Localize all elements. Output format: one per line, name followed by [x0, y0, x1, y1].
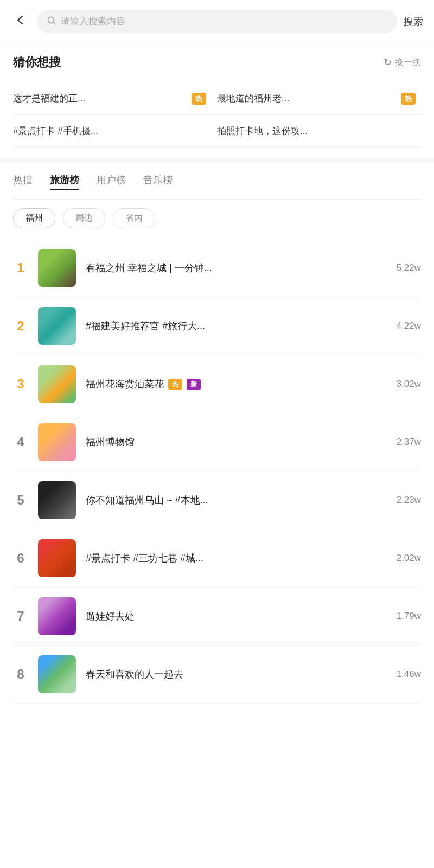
rank-count-1: 5.22w — [383, 263, 421, 273]
hot-badge-3: 热 — [168, 379, 182, 390]
rank-number-7: 7 — [13, 609, 28, 624]
ranking-item-8[interactable]: 8 春天和喜欢的人一起去 1.46w — [13, 646, 421, 704]
rank-thumb-8 — [38, 655, 76, 693]
ranking-item-5[interactable]: 5 你不知道福州乌山 ~ #本地... 2.23w — [13, 471, 421, 529]
rank-number-4: 4 — [13, 435, 28, 450]
search-icon — [47, 16, 56, 28]
guess-item-4-text: 拍照打卡地，这份攻... — [217, 125, 416, 137]
ranking-item-6[interactable]: 6 #景点打卡 #三坊七巷 #城... 2.02w — [13, 529, 421, 588]
rank-info-3: 福州花海赏油菜花 热 新 — [86, 378, 373, 391]
tab-music[interactable]: 音乐榜 — [143, 174, 173, 190]
rank-number-5: 5 — [13, 493, 28, 508]
rank-count-3: 3.02w — [383, 379, 421, 390]
rank-title-1: 有福之州 幸福之城 | 一分钟... — [86, 261, 373, 275]
ranking-item-1[interactable]: 1 有福之州 幸福之城 | 一分钟... 5.22w — [13, 239, 421, 297]
svg-point-0 — [48, 17, 54, 23]
rank-count-5: 2.23w — [383, 495, 421, 506]
sub-tab-province[interactable]: 省内 — [113, 208, 155, 228]
rank-number-3: 3 — [13, 376, 28, 392]
guess-grid: 这才是福建的正... 热 最地道的福州老... 热 #景点打卡 #手机摄... … — [13, 82, 421, 148]
guess-title: 猜你想搜 — [13, 54, 61, 71]
rank-title-2: #福建美好推荐官 #旅行大... — [86, 320, 373, 333]
rank-title-4: 福州博物馆 — [86, 436, 373, 449]
rank-info-6: #景点打卡 #三坊七巷 #城... — [86, 552, 373, 565]
svg-line-1 — [54, 22, 56, 24]
rank-info-7: 遛娃好去处 — [86, 610, 373, 623]
rank-number-8: 8 — [13, 667, 28, 682]
ranking-item-2[interactable]: 2 #福建美好推荐官 #旅行大... 4.22w — [13, 297, 421, 355]
rank-thumb-1 — [38, 249, 76, 287]
refresh-icon: ↻ — [384, 56, 392, 68]
tabs-section: 热搜 旅游榜 用户榜 音乐榜 福州 周边 省内 1 有福之州 幸福之城 | 一分… — [0, 163, 434, 709]
rank-count-4: 2.37w — [383, 437, 421, 448]
rank-info-4: 福州博物馆 — [86, 436, 373, 449]
rank-thumb-6 — [38, 539, 76, 577]
rank-title-6: #景点打卡 #三坊七巷 #城... — [86, 552, 373, 565]
rank-count-2: 4.22w — [383, 321, 421, 331]
tab-travel[interactable]: 旅游榜 — [50, 174, 79, 190]
rank-number-2: 2 — [13, 318, 28, 334]
search-placeholder: 请输入搜索内容 — [61, 15, 125, 28]
rank-count-6: 2.02w — [383, 553, 421, 564]
rank-number-1: 1 — [13, 260, 28, 276]
rank-info-2: #福建美好推荐官 #旅行大... — [86, 320, 373, 333]
ranking-item-7[interactable]: 7 遛娃好去处 1.79w — [13, 588, 421, 646]
refresh-label: 换一换 — [395, 57, 421, 68]
rank-title-3: 福州花海赏油菜花 热 新 — [86, 378, 373, 391]
guess-item-1-text: 这才是福建的正... — [13, 92, 186, 105]
rank-thumb-7 — [38, 597, 76, 635]
tab-hot[interactable]: 热搜 — [13, 174, 33, 190]
back-button[interactable] — [11, 14, 30, 29]
ranking-item-4[interactable]: 4 福州博物馆 2.37w — [13, 413, 421, 471]
search-submit-button[interactable]: 搜索 — [404, 15, 423, 28]
section-divider — [0, 158, 434, 163]
rank-thumb-4 — [38, 423, 76, 461]
ranking-list: 1 有福之州 幸福之城 | 一分钟... 5.22w 2 #福建美好推荐官 #旅… — [13, 234, 421, 709]
guess-item-3-text: #景点打卡 #手机摄... — [13, 125, 206, 137]
rank-title-7: 遛娃好去处 — [86, 610, 373, 623]
guess-item-2-badge: 热 — [401, 93, 416, 105]
ranking-item-3[interactable]: 3 福州花海赏油菜花 热 新 3.02w — [13, 355, 421, 413]
sub-tab-fuzhou[interactable]: 福州 — [13, 208, 55, 228]
guess-item-3[interactable]: #景点打卡 #手机摄... — [13, 115, 217, 148]
rank-title-5: 你不知道福州乌山 ~ #本地... — [86, 494, 373, 507]
guess-header: 猜你想搜 ↻ 换一换 — [13, 54, 421, 71]
rank-info-8: 春天和喜欢的人一起去 — [86, 668, 373, 681]
tab-user[interactable]: 用户榜 — [97, 174, 126, 190]
guess-item-1[interactable]: 这才是福建的正... 热 — [13, 82, 217, 115]
guess-item-4[interactable]: 拍照打卡地，这份攻... — [217, 115, 421, 148]
rank-count-7: 1.79w — [383, 611, 421, 622]
rank-count-8: 1.46w — [383, 669, 421, 680]
rank-thumb-5 — [38, 481, 76, 519]
guess-section: 猜你想搜 ↻ 换一换 这才是福建的正... 热 最地道的福州老... 热 #景点… — [0, 41, 434, 153]
sub-tab-nearby[interactable]: 周边 — [63, 208, 105, 228]
refresh-button[interactable]: ↻ 换一换 — [384, 56, 421, 68]
new-badge-3: 新 — [187, 379, 201, 390]
rank-title-8: 春天和喜欢的人一起去 — [86, 668, 373, 681]
rank-thumb-2 — [38, 307, 76, 345]
main-tabs: 热搜 旅游榜 用户榜 音乐榜 — [13, 163, 421, 200]
rank-thumb-3 — [38, 365, 76, 403]
guess-item-2-text: 最地道的福州老... — [217, 92, 395, 105]
rank-info-1: 有福之州 幸福之城 | 一分钟... — [86, 261, 373, 275]
guess-item-2[interactable]: 最地道的福州老... 热 — [217, 82, 421, 115]
guess-item-1-badge: 热 — [192, 93, 206, 105]
sub-tabs: 福州 周边 省内 — [13, 200, 421, 234]
rank-info-5: 你不知道福州乌山 ~ #本地... — [86, 494, 373, 507]
header: 请输入搜索内容 搜索 — [0, 0, 434, 41]
search-bar[interactable]: 请输入搜索内容 — [37, 10, 397, 33]
rank-number-6: 6 — [13, 551, 28, 566]
